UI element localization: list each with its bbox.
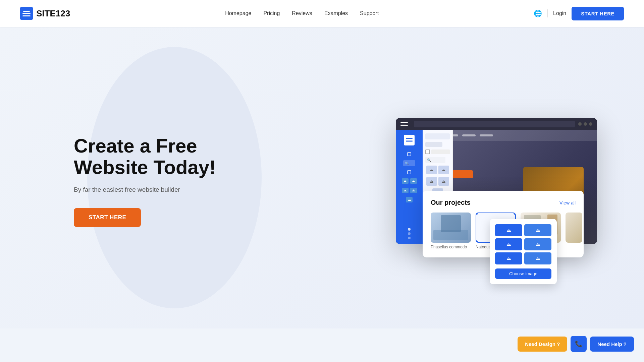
view-all-link[interactable]: View all [559,200,576,205]
sidebar-dot-nav [408,228,411,239]
phone-button[interactable]: 📞 [571,336,587,352]
sidebar-img-row-1 [402,178,417,184]
fake-nav-item-3 [462,134,476,136]
bottom-action-buttons: Need Design ? 📞 Need Help ? [518,336,634,352]
editor-sidebar: 🔍 [396,130,423,244]
need-help-button[interactable]: Need Help ? [590,337,634,352]
project-thumb-1 [431,213,471,243]
navbar: SITE123 Homepage Pricing Reviews Example… [0,0,644,27]
sidebar-img-icon-2 [410,178,417,184]
browser-dots [578,122,592,126]
sidebar-img-row-2 [402,188,417,193]
nav-item-examples[interactable]: Examples [324,10,348,16]
ep-img-row-1: ⛰ ⛰ [425,166,450,174]
nav-item-reviews[interactable]: Reviews [292,10,312,16]
sidebar-search: 🔍 [403,160,415,166]
ep-check-row [425,149,450,154]
ep-img-row-2: ⛰ ⛰ [425,177,450,186]
project-item-4 [566,213,582,249]
handle-tl [476,213,478,215]
img-option-2[interactable]: ⛰ [524,224,551,236]
fake-nav-item-4 [480,134,493,136]
globe-icon[interactable]: 🌐 [534,9,542,17]
card-header: Our projects View all [431,199,576,206]
handle-tr [514,213,516,215]
start-here-hero-button[interactable]: START HERE [74,208,141,227]
ep-check-1 [425,149,430,154]
nav-item-pricing[interactable]: Pricing [263,10,280,16]
ep-img-4: ⛰ [438,177,449,186]
img-option-1[interactable]: ⛰ [495,224,522,236]
ep-img-3: ⛰ [426,177,437,186]
nav-divider [547,9,548,17]
sidebar-img-row-3 [406,197,413,202]
dot-nav-1 [408,228,411,231]
hero-mockup: 🔍 [396,118,604,244]
project-thumb-4 [566,213,582,243]
sidebar-check-1 [407,152,411,156]
img-option-4[interactable]: ⛰ [524,238,551,250]
projects-card: Our projects View all Phasellus commodo [423,191,584,257]
project-label-1: Phasellus commodo [431,245,471,249]
image-chooser-popup: ⛰ ⛰ ⛰ ⛰ ⛰ ⛰ Choose image [490,219,557,284]
sidebar-check-2 [407,170,411,174]
img-option-5[interactable]: ⛰ [495,252,522,264]
start-here-nav-button[interactable]: START HERE [572,7,624,20]
browser-dot-2 [584,122,587,126]
ep-img-2: ⛰ [438,166,449,174]
hero-subtitle: By far the easiest free website builder [74,186,221,193]
browser-bar-lines [400,122,408,126]
ep-img-1: ⛰ [426,166,437,174]
browser-url-bar [414,121,575,127]
dot-nav-2 [408,232,411,235]
ep-bar-1 [425,133,450,139]
logo-icon [20,7,33,20]
sidebar-img-icon-1 [402,178,409,184]
sidebar-img-icon-3 [402,188,409,193]
sidebar-img-icon-4 [410,188,417,193]
choose-image-button[interactable]: Choose image [495,268,551,279]
handle-bl [476,240,478,243]
nav-right: 🌐 Login START HERE [534,7,624,20]
browser-dot-3 [589,122,592,126]
dot-nav-3 [408,237,411,239]
hero-title: Create a Free Website Today! [74,135,221,178]
card-title: Our projects [431,199,471,206]
nav-item-homepage[interactable]: Homepage [225,10,251,16]
login-button[interactable]: Login [553,10,566,16]
phone-icon: 📞 [575,340,582,348]
hero-section: Create a Free Website Today! By far the … [0,27,644,328]
logo-text: SITE123 [36,8,70,19]
nav-item-support[interactable]: Support [360,10,379,16]
browser-dot-1 [578,122,582,126]
sidebar-logo [404,135,415,145]
image-chooser-grid: ⛰ ⛰ ⛰ ⛰ ⛰ ⛰ [495,224,551,264]
sidebar-img-icon-5 [406,197,413,202]
ep-bar-2 [425,142,442,147]
img-option-6[interactable]: ⛰ [524,252,551,264]
hero-text: Create a Free Website Today! By far the … [74,135,221,227]
project-item-1: Phasellus commodo [431,213,471,249]
ep-label-1 [431,149,450,154]
img-option-3[interactable]: ⛰ [495,238,522,250]
logo[interactable]: SITE123 [20,7,70,20]
browser-bar [396,118,597,130]
need-design-button[interactable]: Need Design ? [518,337,567,352]
ep-search-box: 🔍 [425,157,445,163]
nav-links: Homepage Pricing Reviews Examples Suppor… [225,10,379,16]
